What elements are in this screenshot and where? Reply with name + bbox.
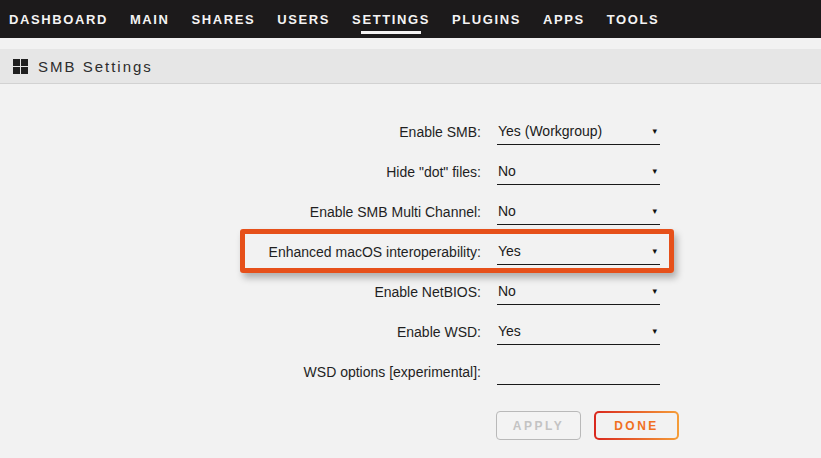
chevron-down-icon: ▾: [652, 166, 657, 176]
chevron-down-icon: ▾: [652, 206, 657, 216]
macos-interoperability-value: Yes: [498, 243, 521, 259]
nav-item-main[interactable]: MAIN: [129, 0, 171, 38]
enable-netbios-value: No: [498, 283, 516, 299]
form-row-enable-netbios: Enable NetBIOS: No ▾: [0, 271, 821, 311]
smb-multi-channel-control: No ▾: [497, 191, 660, 231]
form-actions: APPLY DONE: [496, 411, 679, 440]
form-row-macos-interoperability: Enhanced macOS interoperability: Yes ▾: [0, 231, 821, 271]
hide-dot-files-label: Hide "dot" files:: [0, 164, 481, 179]
done-button[interactable]: DONE: [596, 413, 677, 438]
macos-interoperability-label: Enhanced macOS interoperability:: [0, 244, 481, 259]
top-navbar: DASHBOARD MAIN SHARES USERS SETTINGS PLU…: [0, 0, 821, 38]
wsd-options-input[interactable]: [497, 357, 660, 385]
wsd-options-control: [497, 351, 660, 391]
nav-item-apps[interactable]: APPS: [542, 0, 586, 38]
chevron-down-icon: ▾: [652, 126, 657, 136]
done-button-border: DONE: [594, 411, 679, 440]
windows-icon: [13, 59, 28, 74]
enable-smb-value: Yes (Workgroup): [498, 123, 602, 139]
form-row-enable-smb: Enable SMB: Yes (Workgroup) ▾: [0, 111, 821, 151]
chevron-down-icon: ▾: [652, 286, 657, 296]
enable-netbios-control: No ▾: [497, 271, 660, 311]
enable-wsd-select[interactable]: Yes ▾: [497, 317, 660, 345]
nav-item-plugins[interactable]: PLUGINS: [451, 0, 522, 38]
form-row-enable-wsd: Enable WSD: Yes ▾: [0, 311, 821, 351]
hide-dot-files-value: No: [498, 163, 516, 179]
enable-wsd-value: Yes: [498, 323, 521, 339]
chevron-down-icon: ▾: [652, 326, 657, 336]
form-row-hide-dot-files: Hide "dot" files: No ▾: [0, 151, 821, 191]
chevron-down-icon: ▾: [652, 246, 657, 256]
nav-item-tools[interactable]: TOOLS: [606, 0, 661, 38]
nav-item-dashboard[interactable]: DASHBOARD: [8, 0, 109, 38]
hide-dot-files-select[interactable]: No ▾: [497, 157, 660, 185]
smb-multi-channel-select[interactable]: No ▾: [497, 197, 660, 225]
page-title: SMB Settings: [38, 58, 153, 75]
macos-interoperability-control: Yes ▾: [497, 231, 660, 271]
wsd-options-label: WSD options [experimental]:: [0, 364, 481, 379]
form-row-wsd-options: WSD options [experimental]:: [0, 351, 821, 391]
enable-wsd-control: Yes ▾: [497, 311, 660, 351]
smb-multi-channel-label: Enable SMB Multi Channel:: [0, 204, 481, 219]
nav-item-users[interactable]: USERS: [276, 0, 331, 38]
enable-smb-label: Enable SMB:: [0, 124, 481, 139]
section-header: SMB Settings: [0, 49, 821, 84]
smb-multi-channel-value: No: [498, 203, 516, 219]
enable-netbios-label: Enable NetBIOS:: [0, 284, 481, 299]
macos-interoperability-select[interactable]: Yes ▾: [497, 237, 660, 265]
enable-smb-control: Yes (Workgroup) ▾: [497, 111, 660, 151]
form-row-smb-multi-channel: Enable SMB Multi Channel: No ▾: [0, 191, 821, 231]
hide-dot-files-control: No ▾: [497, 151, 660, 191]
smb-settings-form: Enable SMB: Yes (Workgroup) ▾ Hide "dot"…: [0, 111, 821, 391]
nav-item-settings[interactable]: SETTINGS: [351, 0, 431, 38]
apply-button[interactable]: APPLY: [496, 411, 581, 440]
enable-smb-select[interactable]: Yes (Workgroup) ▾: [497, 117, 660, 145]
nav-item-shares[interactable]: SHARES: [191, 0, 257, 38]
enable-wsd-label: Enable WSD:: [0, 324, 481, 339]
enable-netbios-select[interactable]: No ▾: [497, 277, 660, 305]
